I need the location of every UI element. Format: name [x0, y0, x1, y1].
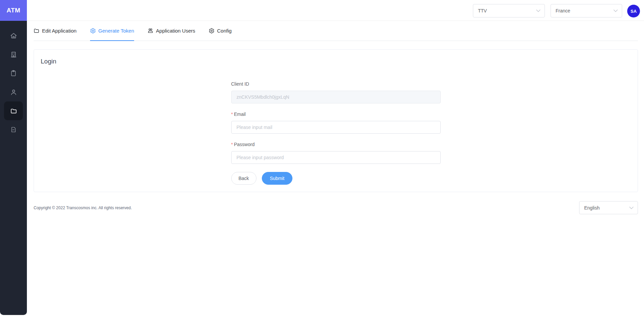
language-select-value: English [584, 205, 600, 211]
email-label: *Email [231, 111, 441, 117]
tab-label: Config [217, 28, 232, 34]
folder-icon [10, 107, 17, 115]
tab-application-users[interactable]: Application Users [148, 21, 195, 41]
tab-generate-token[interactable]: Generate Token [90, 21, 134, 41]
client-id-form-item: Client ID [231, 81, 441, 103]
client-id-label: Client ID [231, 81, 441, 87]
form-actions: Back Submit [231, 172, 441, 185]
language-select[interactable]: English [579, 201, 638, 214]
email-form-item: *Email [231, 111, 441, 134]
environment-select-value: TTV [478, 8, 487, 13]
submit-button[interactable]: Submit [262, 172, 293, 185]
home-icon [10, 32, 17, 40]
copyright-text: Copyright © 2022 Transcosmos inc. All ri… [34, 206, 132, 210]
user-avatar[interactable]: SA [627, 5, 640, 17]
tab-label: Edit Application [42, 28, 77, 34]
password-label: *Password [231, 142, 441, 147]
country-select[interactable]: France [551, 4, 622, 17]
email-field[interactable] [231, 121, 441, 134]
gear-icon [90, 28, 96, 34]
login-card: Login Client ID *Email *Password Back Su… [34, 49, 638, 192]
top-header: ATM TTV France SA [0, 0, 644, 21]
tab-bar: Edit Application Generate Token Applicat… [34, 21, 638, 41]
back-button[interactable]: Back [231, 172, 256, 185]
clipboard-icon [10, 70, 17, 77]
card-title: Login [41, 58, 631, 65]
password-form-item: *Password [231, 142, 441, 164]
tab-config[interactable]: Config [209, 21, 232, 41]
building-icon [10, 51, 17, 58]
app-logo: ATM [0, 0, 27, 21]
client-id-field [231, 91, 441, 103]
gear-icon [209, 28, 214, 34]
users-icon [148, 28, 153, 34]
tab-label: Application Users [156, 28, 195, 34]
login-form: Client ID *Email *Password Back Submit [231, 81, 441, 185]
chevron-down-icon [536, 9, 540, 12]
page-footer: Copyright © 2022 Transcosmos inc. All ri… [34, 201, 638, 214]
chevron-down-icon [629, 207, 634, 209]
main-content: Edit Application Generate Token Applicat… [27, 21, 644, 214]
country-select-value: France [556, 8, 570, 13]
user-icon [10, 88, 17, 96]
sidebar-item-documents[interactable] [4, 120, 23, 139]
sidebar-item-users[interactable] [4, 83, 23, 101]
sidebar-item-tasks[interactable] [4, 64, 23, 83]
required-asterisk: * [231, 142, 233, 147]
sidebar-item-applications[interactable] [4, 101, 23, 120]
sidebar-nav [0, 21, 27, 315]
document-icon [10, 126, 17, 133]
chevron-down-icon [613, 9, 618, 12]
password-field[interactable] [231, 151, 441, 164]
tab-edit-application[interactable]: Edit Application [34, 21, 77, 41]
sidebar-item-home[interactable] [4, 26, 23, 45]
environment-select[interactable]: TTV [473, 4, 545, 17]
folder-icon [34, 28, 39, 34]
tab-label: Generate Token [98, 28, 134, 34]
required-asterisk: * [231, 111, 233, 117]
sidebar-item-organization[interactable] [4, 45, 23, 64]
